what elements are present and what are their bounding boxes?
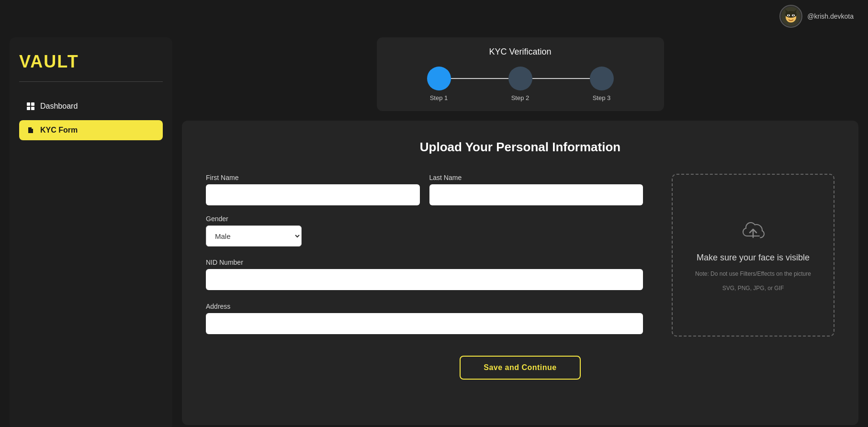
step-2-label: Step 2 xyxy=(511,94,530,101)
first-name-input[interactable] xyxy=(206,184,420,205)
step-connector-1 xyxy=(451,78,508,79)
avatar xyxy=(779,5,802,28)
first-name-group: First Name xyxy=(206,174,420,205)
upload-note: Note: Do not use Filters/Effects on the … xyxy=(695,270,811,277)
name-row: First Name Last Name xyxy=(206,174,643,205)
svg-point-8 xyxy=(793,15,794,16)
form-layout: First Name Last Name Gender Male xyxy=(206,174,834,337)
btn-container: Save and Continue xyxy=(206,356,834,380)
sidebar-item-kyc-form[interactable]: KYC Form xyxy=(19,120,163,140)
last-name-group: Last Name xyxy=(429,174,643,205)
step-2-circle xyxy=(508,67,532,90)
form-fields: First Name Last Name Gender Male xyxy=(206,174,643,337)
sidebar-item-dashboard[interactable]: Dashboard xyxy=(19,96,163,116)
form-card: Upload Your Personal Information First N… xyxy=(182,121,858,425)
step-3-item: Step 3 xyxy=(590,67,614,101)
upload-formats: SVG, PNG, JPG, or GIF xyxy=(722,285,784,292)
step-connector-2 xyxy=(532,78,590,79)
step-1-circle xyxy=(427,67,451,90)
address-input[interactable] xyxy=(206,313,643,334)
content-area: KYC Verification Step 1 Step 2 Step xyxy=(172,33,868,427)
gender-label: Gender xyxy=(206,215,643,223)
photo-upload-area[interactable]: Make sure your face is visible Note: Do … xyxy=(672,174,834,337)
user-profile[interactable]: @krish.devkota xyxy=(779,5,854,28)
last-name-label: Last Name xyxy=(429,174,643,181)
gender-group: Gender Male Female Other xyxy=(206,215,643,249)
address-label: Address xyxy=(206,303,643,310)
svg-rect-9 xyxy=(29,130,32,131)
sidebar-logo: VAULT xyxy=(19,52,163,82)
step-3-label: Step 3 xyxy=(593,94,611,101)
upload-main-text: Make sure your face is visible xyxy=(697,253,810,263)
dashboard-icon xyxy=(27,102,34,110)
nid-label: NID Number xyxy=(206,258,643,266)
step-1-label: Step 1 xyxy=(430,94,448,101)
nid-group: NID Number xyxy=(206,258,643,292)
kyc-progress-title: KYC Verification xyxy=(489,47,551,57)
main-layout: VAULT Dashboard xyxy=(0,33,868,427)
form-title: Upload Your Personal Information xyxy=(206,140,834,155)
gender-select[interactable]: Male Female Other xyxy=(206,225,302,247)
nid-input[interactable] xyxy=(206,269,643,290)
svg-rect-10 xyxy=(29,131,32,132)
svg-point-7 xyxy=(788,15,789,16)
username-label: @krish.devkota xyxy=(807,12,854,20)
top-bar: @krish.devkota xyxy=(0,0,868,33)
document-icon xyxy=(27,126,34,134)
sidebar-nav: Dashboard KYC Form xyxy=(19,96,163,140)
first-name-label: First Name xyxy=(206,174,420,181)
save-continue-button[interactable]: Save and Continue xyxy=(460,356,581,380)
steps-container: Step 1 Step 2 Step 3 xyxy=(396,67,645,101)
address-group: Address xyxy=(206,303,643,337)
step-2-item: Step 2 xyxy=(508,67,532,101)
step-3-circle xyxy=(590,67,614,90)
step-1-item: Step 1 xyxy=(427,67,451,101)
sidebar-dashboard-label: Dashboard xyxy=(40,102,78,111)
sidebar: VAULT Dashboard xyxy=(10,37,172,427)
sidebar-kyc-label: KYC Form xyxy=(40,126,78,135)
upload-icon xyxy=(741,219,765,245)
last-name-input[interactable] xyxy=(429,184,643,205)
kyc-progress-card: KYC Verification Step 1 Step 2 Step xyxy=(377,37,664,111)
